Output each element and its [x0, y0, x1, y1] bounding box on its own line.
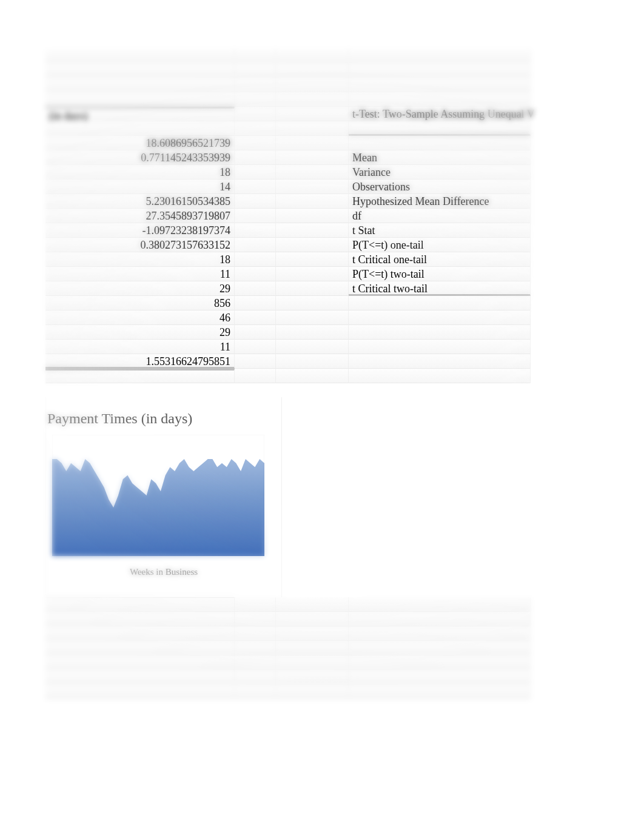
ttest-label: Mean — [349, 150, 531, 165]
ttest-label: P(T<=t) one-tail — [349, 238, 531, 252]
stat-value: 18 — [45, 165, 235, 179]
chart-title: Payment Times (in days) — [46, 397, 281, 432]
stat-value: 18.6086956521739 — [45, 136, 235, 150]
stat-value: 27.3545893719807 — [45, 209, 235, 223]
ttest-label: t Critical one-tail — [349, 252, 531, 267]
ttest-label: P(T<=t) two-tail — [349, 267, 531, 281]
stat-value: 856 — [45, 296, 235, 310]
stat-value: 0.771145243353939 — [45, 150, 235, 165]
stat-value: 11 — [45, 267, 235, 281]
right-header-cell: t-Test: Two-Sample Assuming Unequal V — [349, 107, 531, 121]
ttest-label: t Critical two-tail — [349, 281, 531, 296]
stat-value: 29 — [45, 281, 235, 296]
left-header-cell: (in days) — [45, 107, 235, 121]
ttest-label: t Stat — [349, 223, 531, 238]
stat-value: 14 — [45, 179, 235, 194]
ttest-label: Hypothesized Mean Difference — [349, 194, 531, 209]
stat-value: 11 — [45, 340, 235, 354]
stat-value: 46 — [45, 310, 235, 325]
stat-value: 29 — [45, 325, 235, 340]
stat-value: 1.55316624795851 — [45, 354, 235, 369]
chart-area-series — [52, 459, 264, 556]
stat-value: 5.23016150534385 — [45, 194, 235, 209]
ttest-label: Variance — [349, 165, 531, 179]
chart-container: Payment Times (in days) Weeks in Busines… — [45, 397, 282, 597]
stat-value: -1.09723238197374 — [45, 223, 235, 238]
stat-value: 18 — [45, 252, 235, 267]
chart-plot-area — [52, 435, 264, 556]
ttest-label: Observations — [349, 179, 531, 194]
stat-value: 0.380273157633152 — [45, 238, 235, 252]
ttest-label: df — [349, 209, 531, 223]
chart-x-axis-label: Weeks in Business — [46, 567, 281, 577]
